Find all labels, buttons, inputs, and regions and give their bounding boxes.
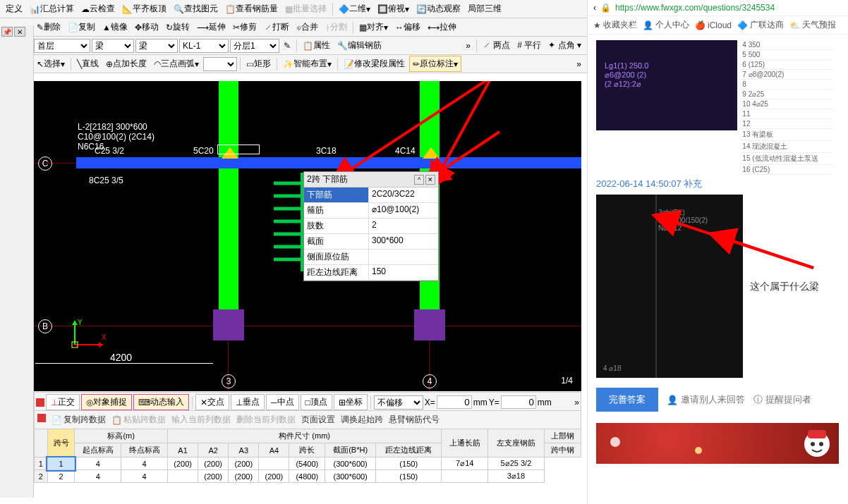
more-icon[interactable]: »	[463, 39, 473, 52]
menu-dynamic[interactable]: 🔄 动态观察	[413, 1, 464, 16]
bookmark-weather[interactable]: ⛅ 天气预报	[789, 19, 836, 31]
beam-selected[interactable]	[76, 157, 581, 168]
btn-smart[interactable]: ✨ 智能布置 ▾	[280, 56, 334, 71]
improve-answer-button[interactable]: 完善答案	[596, 388, 658, 412]
table-row[interactable]: 2244(200)(200)(200)(4800)(300*600)(150)3…	[35, 470, 581, 483]
more-icon-2[interactable]: »	[574, 58, 584, 70]
ortho-button[interactable]: ⊥ 正交	[46, 394, 80, 410]
y-input[interactable]	[501, 395, 536, 409]
panel-collapse-icon[interactable]: ^	[414, 175, 424, 185]
btn-break[interactable]: ⟋ 打断	[261, 20, 292, 35]
delete-col-data[interactable]: 删除当前列数据	[236, 414, 296, 426]
btn-edit-rebar[interactable]: 🔧 编辑钢筋	[334, 38, 384, 53]
url-text[interactable]: https://www.fwxgx.com/questions/3245534	[615, 3, 775, 13]
btn-parallel[interactable]: # 平行	[514, 38, 544, 53]
btn-align[interactable]: ▦ 对齐 ▾	[356, 20, 391, 35]
menu-align-slab[interactable]: 📐 平齐板顶	[119, 1, 169, 16]
table-row[interactable]: 1144(200)(200)(200)(5400)(300*600)(150)7…	[35, 457, 581, 470]
btn-delete[interactable]: ✎ 删除	[34, 20, 63, 35]
col-topbar[interactable]: 上通长筋	[442, 429, 488, 457]
span-data-table[interactable]: 跨号 标高(m) 构件尺寸 (mm) 上通长筋 左支座钢筋 上部钢 起点标高 终…	[34, 429, 581, 483]
copy-span-data[interactable]: 📄 复制跨数据	[52, 414, 106, 426]
col-leftsupport[interactable]: 左支座钢筋	[488, 429, 545, 457]
btn-stretch[interactable]: ⟷ 拉伸	[425, 20, 459, 35]
col-span[interactable]: 跨号	[47, 429, 75, 457]
menu-top[interactable]: 🔲 俯视 ▾	[375, 1, 412, 16]
menu-view-rebar[interactable]: 📋 查看钢筋量	[222, 1, 281, 16]
close-tab-icon[interactable]	[36, 398, 44, 407]
panel-row[interactable]: 距左边线距离150	[304, 265, 438, 281]
panel-row[interactable]: 下部筋2C20/3C22	[304, 188, 438, 203]
btn-2pt[interactable]: ⟋ 两点	[480, 38, 513, 53]
invite-link[interactable]: 👤 邀请别人来回答	[667, 393, 745, 406]
btn-trim[interactable]: ✂ 修剪	[230, 20, 260, 35]
end-button[interactable]: □ 顶点	[301, 394, 332, 410]
btn-angle[interactable]: ✦ 点角 ▾	[545, 38, 584, 53]
menu-local3d[interactable]: 局部三维	[465, 1, 504, 16]
menu-define[interactable]: 定义	[3, 1, 25, 16]
btn-merge[interactable]: ⟐ 合并	[293, 20, 321, 35]
btn-select[interactable]: ↖ 选择 ▾	[34, 56, 68, 71]
btn-move[interactable]: ✥ 移动	[132, 20, 162, 35]
offset-select[interactable]: 不偏移	[374, 395, 423, 410]
answer-image-2[interactable]: 3gbi(PL)⌀8@100/150(2)N⌀ ⌀12 4 ⌀18	[596, 195, 743, 378]
btn-rect[interactable]: ▭ 矩形	[243, 56, 274, 71]
rebar-input-box[interactable]	[217, 145, 260, 154]
menu-summary[interactable]: 📊 汇总计算	[27, 1, 77, 16]
menu-find[interactable]: 🔍 查找图元	[171, 1, 221, 16]
bookmark-glodon[interactable]: 🔷 广联达商	[737, 19, 784, 31]
bookmark-icloud[interactable]: 🍎 iCloud	[695, 20, 732, 30]
page-setup[interactable]: 页面设置	[301, 414, 335, 426]
input-col-data[interactable]: 输入当前列数据	[171, 414, 231, 426]
menu-batch[interactable]: ▦ 批量选择	[282, 1, 329, 16]
btn-new[interactable]: ✎	[281, 39, 293, 52]
panel-close-icon[interactable]: ✕	[425, 175, 435, 185]
pin-icon[interactable]: 📌	[1, 27, 13, 37]
btn-3arc[interactable]: ◠ 三点画弧 ▾	[151, 56, 202, 71]
remind-link[interactable]: ⓘ 提醒提问者	[753, 393, 811, 406]
perp-button[interactable]: ⊥ 垂点	[231, 394, 265, 410]
column-1[interactable]	[213, 309, 244, 340]
select-layer[interactable]: 分层1	[230, 39, 279, 53]
property-panel[interactable]: 2跨 下部筋 ^ ✕ 下部筋2C20/3C22箍筋⌀10@100(2)肢数2截面…	[303, 171, 439, 281]
btn-edit-seg[interactable]: 📝 修改梁段属性	[341, 56, 408, 71]
bookmark-profile[interactable]: 👤 个人中心	[643, 19, 689, 31]
bookmark-fav[interactable]: ★ 收藏夹栏	[593, 19, 637, 31]
back-icon[interactable]: ‹	[593, 3, 596, 13]
close-icon[interactable]: ✕	[14, 27, 25, 37]
btn-rotate[interactable]: ↻ 旋转	[163, 20, 193, 35]
menu-cloud[interactable]: ☁ 云检查	[78, 1, 118, 16]
panel-row[interactable]: 侧面原位筋	[304, 250, 438, 265]
x-input[interactable]	[437, 395, 472, 409]
btn-extend[interactable]: ⟶ 延伸	[194, 20, 229, 35]
dyn-input-button[interactable]: ⌨ 动态输入	[133, 394, 189, 410]
drawing-canvas[interactable]: C B 3 4 L-2[2182] 300*600 C10@100(2) (2C…	[34, 81, 581, 391]
panel-row[interactable]: 截面300*600	[304, 234, 438, 250]
btn-split[interactable]: ⟊ 分割	[322, 20, 350, 35]
btn-inplace-label[interactable]: ✏ 原位标注 ▾	[409, 56, 461, 72]
btn-copy[interactable]: 📄 复制	[65, 20, 98, 35]
select-cat2[interactable]: 梁	[135, 39, 178, 53]
select-arc[interactable]	[203, 57, 237, 71]
btn-line[interactable]: ╲ 直线	[74, 56, 102, 71]
menu-2d[interactable]: 🔷 二维 ▾	[336, 1, 373, 16]
select-floor[interactable]: 首层	[34, 39, 90, 53]
panel-row[interactable]: 肢数2	[304, 219, 438, 234]
close-tab-icon-2[interactable]	[37, 414, 46, 422]
paste-span-data[interactable]: 📋 粘贴跨数据	[111, 414, 166, 426]
btn-addlen[interactable]: ⊕ 点加长度	[103, 56, 150, 71]
coord-button[interactable]: ⊞ 坐标	[334, 394, 368, 410]
beam-v-1[interactable]	[219, 81, 238, 309]
btn-props[interactable]: 📋 属性	[300, 38, 333, 53]
mid-button[interactable]: ─ 中点	[266, 394, 299, 410]
btn-offset[interactable]: ↔ 偏移	[392, 20, 423, 35]
ad-banner[interactable]	[596, 423, 839, 464]
snap-button[interactable]: ◎ 对象捕捉	[81, 394, 132, 410]
cantilever-code[interactable]: 悬臂钢筋代号	[389, 414, 440, 426]
swap-start[interactable]: 调换起始跨	[341, 414, 383, 426]
panel-row[interactable]: 箍筋⌀10@100(2)	[304, 203, 438, 219]
select-member[interactable]: KL-1	[179, 39, 229, 53]
column-2[interactable]	[414, 309, 445, 340]
btn-mirror[interactable]: ▲ 镜像	[99, 20, 131, 35]
answer-image-1[interactable]: Lg1(1) 250.0⌀6@200 (2)(2 ⌀12):2⌀	[596, 40, 737, 130]
